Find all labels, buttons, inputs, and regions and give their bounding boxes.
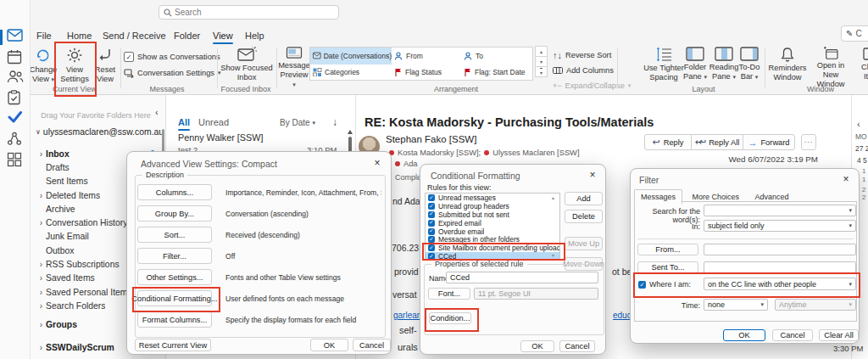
gallery-item-flag-start-date[interactable]: Flag: Start Date: [461, 65, 532, 81]
reply-all-button[interactable]: ↩↩Reply All: [691, 134, 743, 150]
cf-rule-item[interactable]: ✓Overdue email: [426, 227, 559, 236]
from-button[interactable]: From...: [637, 244, 698, 255]
search-words-combo[interactable]: ▾: [704, 205, 856, 216]
collapse-todo-bar-icon[interactable]: ‹: [857, 119, 860, 129]
tab-unread[interactable]: Unread: [198, 117, 229, 127]
close-item-button[interactable]: Close Item: [854, 47, 868, 89]
recipient-name[interactable]: Kosta Madorsky [SSW];: [398, 149, 481, 157]
search-input[interactable]: Search: [159, 5, 339, 20]
expand-chevron-icon[interactable]: ›: [36, 260, 46, 269]
move-up-button[interactable]: Move Up: [565, 237, 603, 250]
tab-messages[interactable]: Messages: [634, 189, 682, 205]
rule-checkbox[interactable]: ✓: [428, 244, 435, 251]
ok-button[interactable]: OK: [520, 340, 554, 352]
reverse-sort-button[interactable]: ↑↓ Reverse Sort: [553, 49, 611, 61]
cf-rule-item[interactable]: ✓Unread group headers: [426, 202, 559, 210]
time-combo[interactable]: none▾: [704, 299, 768, 311]
rule-name-input[interactable]: CCed: [446, 272, 598, 283]
rule-checkbox[interactable]: ✓: [428, 236, 435, 243]
reading-pane-button[interactable]: Reading Pane ▾: [709, 47, 739, 89]
expand-chevron-icon[interactable]: ›: [36, 218, 46, 227]
gallery-item-flag-status[interactable]: Flag Status: [392, 65, 461, 81]
close-icon[interactable]: ×: [370, 156, 384, 170]
avs-row-button[interactable]: Conditional Formatting...: [137, 290, 212, 306]
tab-all[interactable]: All: [178, 117, 190, 131]
rule-checkbox[interactable]: ✓: [428, 203, 435, 210]
menu-home[interactable]: Home: [64, 25, 94, 45]
calendar-week-row[interactable]: 4 5: [857, 156, 867, 165]
expand-chevron-icon[interactable]: ›: [36, 149, 46, 159]
add-columns-button[interactable]: Add Columns: [553, 65, 614, 76]
cf-rule-item[interactable]: ✓Submitted but not sent: [426, 210, 559, 219]
reset-view-button[interactable]: Reset View: [92, 47, 119, 89]
collapse-folder-pane-icon[interactable]: ‹: [155, 107, 159, 117]
account-header[interactable]: ∨ ulyssesmaclaren@ssw.com.au: [36, 127, 163, 137]
rule-checkbox[interactable]: ✓: [428, 253, 435, 260]
expand-chevron-icon[interactable]: ›: [36, 273, 46, 283]
recipient-name[interactable]: Ada: [403, 160, 418, 168]
condition-button[interactable]: Condition...: [429, 312, 471, 324]
expand-collapse-button[interactable]: +− Expand/Collapse ▾: [553, 80, 631, 92]
gallery-item-date-conversations[interactable]: Date (Conversations): [310, 48, 392, 65]
from-field[interactable]: [704, 244, 856, 255]
forward-button[interactable]: →Forward: [743, 134, 795, 150]
expand-chevron-icon[interactable]: ›: [36, 343, 46, 352]
calendar-week-row[interactable]: 27 28: [855, 144, 868, 153]
expand-chevron-icon[interactable]: ›: [36, 191, 46, 200]
show-as-conversations-toggle[interactable]: ✓ Show as Conversations: [124, 51, 220, 63]
menu-send-receive[interactable]: Send / Receive: [100, 25, 169, 45]
cf-rule-item[interactable]: ✓Messages in other folders: [426, 235, 559, 244]
conversation-settings-button[interactable]: Conversation Settings ▾: [124, 67, 220, 79]
sent-to-button[interactable]: Sent To...: [637, 261, 698, 273]
todo-bar-button[interactable]: To-Do Bar ▾: [736, 47, 763, 89]
list-scroll-up-icon[interactable]: ▴: [552, 194, 554, 200]
body-link-fragment[interactable]: garlear: [393, 311, 420, 320]
delete-button[interactable]: Delete: [565, 210, 603, 223]
avs-row-button[interactable]: Sort...: [137, 227, 212, 243]
more-actions-button[interactable]: ···: [801, 134, 816, 150]
expand-chevron-icon[interactable]: ›: [36, 301, 46, 311]
tasks-icon[interactable]: [7, 90, 24, 107]
reminders-window-button[interactable]: Reminders Window: [768, 47, 807, 89]
recipient-name[interactable]: Ulysses Maclaren [SSW]: [492, 149, 579, 157]
in-combo[interactable]: subject field only▾: [704, 220, 856, 232]
add-button[interactable]: Add: [565, 192, 603, 205]
menu-file[interactable]: File: [34, 25, 54, 45]
gallery-item-to[interactable]: To: [461, 48, 532, 65]
open-in-new-window-button[interactable]: Open in New Window: [809, 47, 853, 89]
menu-help[interactable]: Help: [242, 25, 267, 45]
body-link-fragment[interactable]: educ: [613, 311, 632, 320]
avs-row-button[interactable]: Other Settings...: [137, 269, 212, 285]
cancel-button[interactable]: Cancel: [559, 340, 595, 352]
gallery-item-from[interactable]: From: [392, 48, 461, 65]
menu-folder[interactable]: Folder: [171, 25, 203, 45]
where-i-am-combo[interactable]: on the CC line with other people▾: [704, 278, 856, 290]
avs-row-button[interactable]: Columns...: [137, 184, 212, 200]
todo-check-icon[interactable]: [7, 110, 24, 127]
rule-checkbox[interactable]: ✓: [428, 228, 435, 235]
avs-row-button[interactable]: Group By...: [137, 205, 212, 222]
folder-pane-button[interactable]: Folder Pane ▾: [680, 47, 710, 89]
email-sender[interactable]: Stephan Fako [SSW]: [386, 134, 476, 144]
list-scroll-down-icon[interactable]: ▾: [552, 252, 554, 258]
gallery-more-button[interactable]: ▾: [535, 66, 548, 77]
expand-chevron-icon[interactable]: ›: [36, 288, 46, 297]
avs-row-button[interactable]: Format Columns...: [137, 311, 212, 328]
sort-by-dropdown[interactable]: By Date ▾: [280, 118, 315, 127]
change-view-button[interactable]: Change View ▾: [29, 47, 58, 89]
reply-button[interactable]: ↩Reply: [644, 134, 692, 150]
org-chart-icon[interactable]: [7, 132, 24, 149]
cf-rule-item[interactable]: ✓Unread messages: [426, 194, 559, 202]
gallery-item-categories[interactable]: Categories: [310, 65, 392, 81]
cf-rule-item[interactable]: ✓Expired email: [426, 219, 559, 227]
expand-chevron-icon[interactable]: ›: [36, 320, 46, 329]
cancel-button[interactable]: Cancel: [772, 329, 813, 341]
cf-rule-item[interactable]: ✓Site Mailbox document pending upload: [426, 244, 559, 252]
coming-soon-toggle[interactable]: ✎ C: [841, 25, 868, 42]
close-icon[interactable]: ×: [586, 168, 599, 182]
where-i-am-checkbox[interactable]: ✓: [638, 281, 646, 289]
show-as-conversations-checkbox[interactable]: ✓: [124, 52, 134, 62]
sent-to-field[interactable]: [704, 261, 856, 273]
message-preview-button[interactable]: Message Preview ▾: [278, 47, 310, 89]
avs-row-button[interactable]: Filter...: [137, 248, 212, 264]
